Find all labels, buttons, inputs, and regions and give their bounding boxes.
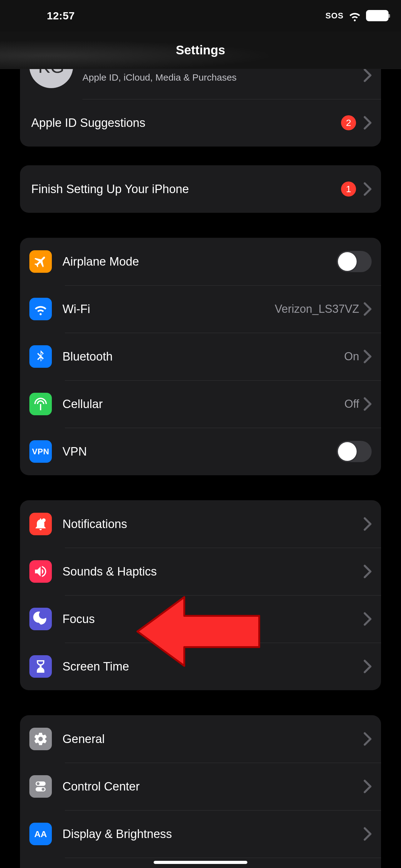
nav-bar: Settings <box>0 31 401 69</box>
sounds-row[interactable]: Sounds & Haptics <box>20 548 381 595</box>
bluetooth-label: Bluetooth <box>63 350 344 363</box>
notifications-row[interactable]: Notifications <box>20 500 381 548</box>
display-brightness-row[interactable]: AA Display & Brightness <box>20 810 381 858</box>
status-right: SOS <box>326 9 389 23</box>
control-center-label: Control Center <box>63 780 364 793</box>
screen-time-icon <box>29 655 52 678</box>
badge: 2 <box>341 115 356 130</box>
svg-point-0 <box>42 518 45 522</box>
notifications-label: Notifications <box>63 518 364 531</box>
focus-icon <box>29 608 52 630</box>
general-row[interactable]: General <box>20 715 381 763</box>
wifi-icon <box>348 9 362 23</box>
general-label: General <box>63 733 364 746</box>
vpn-toggle[interactable] <box>337 441 372 462</box>
chevron-right-icon <box>364 350 372 363</box>
cellular-icon <box>29 393 52 415</box>
control-center-row[interactable]: Control Center <box>20 763 381 810</box>
wifi-label: Wi‑Fi <box>63 303 275 316</box>
chevron-right-icon <box>364 517 372 531</box>
apple-id-services: Apple ID, iCloud, Media & Purchases <box>82 72 364 83</box>
vpn-row[interactable]: VPN VPN <box>20 428 381 475</box>
general-section: General Control Center AA Display & Brig… <box>20 715 381 868</box>
display-brightness-icon: AA <box>29 823 52 845</box>
chevron-right-icon <box>364 612 372 626</box>
wifi-row[interactable]: Wi‑Fi Verizon_LS37VZ <box>20 285 381 333</box>
wifi-value: Verizon_LS37VZ <box>275 303 359 316</box>
chevron-right-icon <box>364 565 372 578</box>
screen-time-row[interactable]: Screen Time <box>20 643 381 690</box>
focus-row[interactable]: Focus <box>20 595 381 643</box>
svg-text:AA: AA <box>34 829 47 839</box>
chevron-right-icon <box>364 780 372 793</box>
apple-id-row[interactable]: KG Kim Gedeon Apple ID, iCloud, Media & … <box>20 69 381 99</box>
chevron-right-icon <box>364 660 372 673</box>
settings-content[interactable]: KG Kim Gedeon Apple ID, iCloud, Media & … <box>0 69 401 868</box>
chevron-right-icon <box>364 116 372 130</box>
status-time: 12:57 <box>47 10 75 22</box>
status-bar: 12:57 SOS <box>0 0 401 31</box>
apple-id-suggestions-row[interactable]: Apple ID Suggestions 2 <box>20 99 381 147</box>
wifi-icon <box>29 298 52 320</box>
finish-setup-row[interactable]: Finish Setting Up Your iPhone 1 <box>20 165 381 213</box>
focus-label: Focus <box>63 612 364 626</box>
chevron-right-icon <box>364 827 372 841</box>
svg-point-4 <box>41 788 44 790</box>
bluetooth-value: On <box>344 350 359 363</box>
vpn-icon: VPN <box>29 440 52 463</box>
apple-id-section: KG Kim Gedeon Apple ID, iCloud, Media & … <box>20 69 381 147</box>
cellular-label: Cellular <box>63 398 344 411</box>
bluetooth-row[interactable]: Bluetooth On <box>20 333 381 380</box>
sounds-label: Sounds & Haptics <box>63 565 364 578</box>
chevron-right-icon <box>364 302 372 316</box>
airplane-mode-label: Airplane Mode <box>63 255 337 269</box>
chevron-right-icon <box>364 397 372 411</box>
apple-id-suggestions-label: Apple ID Suggestions <box>29 116 341 130</box>
screen-time-label: Screen Time <box>63 660 364 673</box>
home-indicator[interactable] <box>154 861 247 864</box>
attention-section: Notifications Sounds & Haptics Focus <box>20 500 381 690</box>
badge: 1 <box>341 182 356 196</box>
chevron-right-icon <box>364 69 372 82</box>
cellular-row[interactable]: Cellular Off <box>20 380 381 428</box>
control-center-icon <box>29 775 52 798</box>
bluetooth-icon <box>29 345 52 368</box>
apple-id-name: Kim Gedeon <box>82 69 364 70</box>
page-title: Settings <box>176 43 225 57</box>
connectivity-section: Airplane Mode Wi‑Fi Verizon_LS37VZ Bluet… <box>20 238 381 475</box>
sos-indicator: SOS <box>326 11 343 21</box>
sounds-icon <box>29 560 52 583</box>
airplane-mode-row[interactable]: Airplane Mode <box>20 238 381 285</box>
vpn-label: VPN <box>63 445 337 458</box>
airplane-mode-toggle[interactable] <box>337 251 372 272</box>
notifications-icon <box>29 513 52 535</box>
chevron-right-icon <box>364 732 372 746</box>
svg-point-2 <box>37 782 39 785</box>
cellular-value: Off <box>344 398 359 410</box>
airplane-icon <box>29 250 52 273</box>
chevron-right-icon <box>364 182 372 196</box>
display-brightness-label: Display & Brightness <box>63 827 364 841</box>
setup-section: Finish Setting Up Your iPhone 1 <box>20 165 381 213</box>
battery-icon <box>366 10 389 21</box>
general-icon <box>29 728 52 750</box>
finish-setup-label: Finish Setting Up Your iPhone <box>29 183 341 196</box>
avatar: KG <box>29 69 73 88</box>
